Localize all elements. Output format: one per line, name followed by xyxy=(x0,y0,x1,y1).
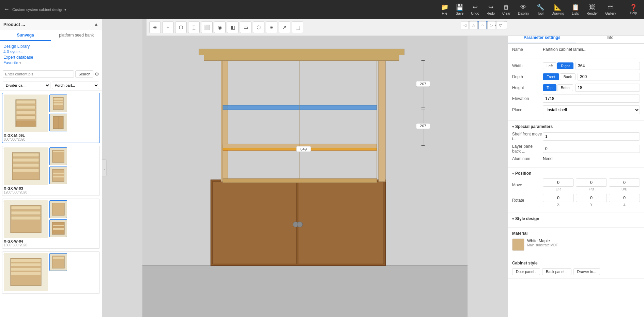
display-tool[interactable]: 👁 Display xyxy=(515,2,533,17)
sidebar-tab-platform[interactable]: platform seed bank xyxy=(51,30,102,41)
tb2-rect-btn[interactable]: ⬜ xyxy=(201,21,213,33)
svg-rect-2 xyxy=(16,105,35,109)
tb2-arrow-btn[interactable]: ↗ xyxy=(279,21,290,33)
move-lr-input[interactable] xyxy=(543,178,574,187)
tb2-hex-btn[interactable]: ⬡ xyxy=(253,21,264,33)
tb2-circle-btn[interactable]: ◉ xyxy=(214,21,226,33)
drawer-btn[interactable]: Drawer in... xyxy=(573,268,600,275)
depth-input[interactable] xyxy=(578,73,640,81)
rotate-x-input[interactable] xyxy=(543,194,574,202)
product-card-4[interactable]: ☆ xyxy=(2,251,100,294)
svg-rect-1 xyxy=(16,100,35,104)
gallery-tool[interactable]: 🗃 Gallery xyxy=(602,2,619,17)
height-input[interactable] xyxy=(575,84,640,92)
height-top-btn[interactable]: Top xyxy=(543,84,556,91)
product-thumb-2 xyxy=(49,147,67,185)
product-thumb-img-2a[interactable] xyxy=(49,147,67,165)
sidebar-resize-handle[interactable]: ⋮ xyxy=(102,159,107,176)
product-main-img-1 xyxy=(4,95,48,132)
product-thumb-img-3a[interactable] xyxy=(49,200,67,218)
clear-tool[interactable]: 🗑 Clear xyxy=(499,2,514,17)
rotate-z-input[interactable] xyxy=(609,194,640,202)
tb2-frame-btn[interactable]: ⬚ xyxy=(292,21,303,33)
product-thumb-1 xyxy=(49,95,67,132)
move-ud-input[interactable] xyxy=(609,178,640,187)
svg-text:649: 649 xyxy=(301,147,307,151)
render-tool[interactable]: 🖼 Render xyxy=(583,2,601,17)
sidebar-tab-sunvega[interactable]: Sunvega xyxy=(0,30,51,41)
tb2-perspective-btn[interactable]: ⊕ xyxy=(149,21,161,33)
material-swatch[interactable] xyxy=(512,239,524,251)
product-thumb-img-2b[interactable] xyxy=(49,167,67,184)
redo-tool[interactable]: ↪ Redo xyxy=(483,2,498,17)
door-panel-btn[interactable]: Door panel . xyxy=(512,268,540,275)
system-link[interactable]: 4.0 syste... xyxy=(3,49,98,54)
svg-rect-15 xyxy=(13,163,39,167)
layer-panel-row: Layer panel back ... xyxy=(512,144,640,154)
svg-rect-13 xyxy=(13,153,39,157)
shelf-front-input[interactable] xyxy=(543,132,640,141)
lists-tool[interactable]: 📋 Lists xyxy=(568,2,583,17)
product-card-1[interactable]: ☆ xyxy=(2,93,100,143)
depth-back-btn[interactable]: Back xyxy=(560,73,576,80)
svg-rect-19 xyxy=(52,169,64,182)
move-label: Move xyxy=(512,183,543,187)
search-input[interactable] xyxy=(3,70,74,78)
filter-select-1[interactable]: Divider ca... xyxy=(3,82,50,89)
nav-down-arrow[interactable]: ▽ xyxy=(496,21,504,29)
elevation-input[interactable] xyxy=(543,95,640,103)
svg-rect-28 xyxy=(53,225,64,226)
filter-select-2[interactable]: Porch part... xyxy=(52,82,99,89)
tb2-add-btn[interactable]: ＋ xyxy=(162,21,174,33)
tb2-grid-btn[interactable]: ⊞ xyxy=(266,21,277,33)
search-btn[interactable]: Search xyxy=(75,70,93,78)
nav-left-arrow[interactable]: ◁ xyxy=(461,21,469,29)
product-size-1: 800*300*2020 xyxy=(4,138,98,141)
width-input[interactable] xyxy=(576,62,640,70)
product-card-2[interactable]: ☆ xyxy=(2,146,100,196)
rotate-y-input[interactable] xyxy=(576,194,607,202)
tool-tool[interactable]: 🔧 Tool xyxy=(533,2,548,17)
depth-btn-group: Front Back xyxy=(543,73,576,80)
product-card-3[interactable]: ☆ xyxy=(2,199,100,249)
layer-panel-input[interactable] xyxy=(543,145,640,153)
elevation-label: Elevation xyxy=(512,96,543,101)
help-tool[interactable]: ❓ Help xyxy=(626,2,641,16)
product-thumb-img-3b[interactable] xyxy=(49,219,67,237)
nav-right-arrow[interactable]: ▷ xyxy=(487,21,495,29)
undo-tool[interactable]: ↩ Undo xyxy=(467,2,482,17)
back-panel-btn[interactable]: Back panel .. xyxy=(542,268,571,275)
tb2-half-btn[interactable]: ◧ xyxy=(227,21,239,33)
height-bottom-btn[interactable]: Botto xyxy=(557,84,573,91)
file-tool[interactable]: 📁 File xyxy=(438,2,452,17)
save-tool[interactable]: 💾 Save xyxy=(453,2,467,17)
tb2-rect2-btn[interactable]: ▭ xyxy=(240,21,251,33)
width-right-btn[interactable]: Right xyxy=(557,62,573,69)
special-params-title: ▾ Special parameters xyxy=(512,124,640,129)
expert-db-link[interactable]: Expert database xyxy=(3,55,98,60)
rotate-x-label: X xyxy=(557,203,559,206)
nav-up-arrow[interactable]: △ xyxy=(470,21,478,29)
svg-rect-23 xyxy=(11,206,41,210)
back-button[interactable]: ← xyxy=(3,6,10,13)
product-thumb-img-4a[interactable] xyxy=(49,253,67,271)
sidebar-collapse-btn[interactable]: ▲ xyxy=(94,21,98,27)
rotate-y-label: Y xyxy=(590,203,593,206)
design-library-link[interactable]: Design Library xyxy=(3,44,98,49)
move-fb-input[interactable] xyxy=(576,178,607,187)
aluminum-row: Aluminum Need xyxy=(512,156,640,161)
tb2-polygon-btn[interactable]: ⬡ xyxy=(175,21,187,33)
place-select[interactable]: Install shelf xyxy=(543,105,640,114)
sidebar-tabs: Sunvega platform seed bank xyxy=(0,30,102,41)
product-thumb-img-1a[interactable] xyxy=(49,95,67,112)
drawing-tool[interactable]: 📐 Drawing xyxy=(548,2,568,17)
favorite-link[interactable]: Favorite ▾ xyxy=(3,60,98,65)
filter-btn[interactable]: ⚙ xyxy=(95,71,99,77)
rp-depth-row: Depth Front Back xyxy=(512,73,640,81)
depth-front-btn[interactable]: Front xyxy=(543,73,559,80)
nav-home-arrow[interactable]: ○ xyxy=(478,21,487,29)
tb2-split-btn[interactable]: ⌶ xyxy=(188,21,200,33)
product-thumb-img-1b[interactable] xyxy=(49,114,67,131)
depth-label: Depth xyxy=(512,74,543,79)
width-left-btn[interactable]: Left xyxy=(543,62,556,69)
